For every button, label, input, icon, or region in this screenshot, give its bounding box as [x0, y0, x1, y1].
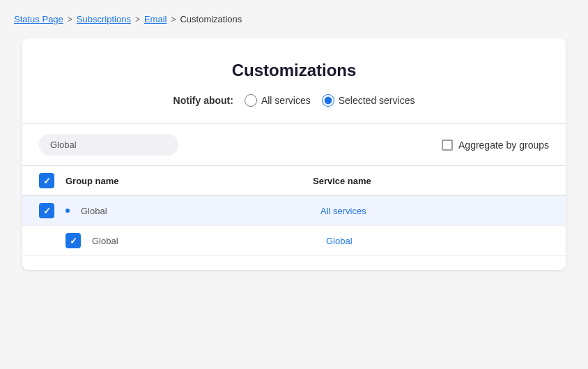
separator-2: >	[135, 15, 140, 24]
cell-service-2: Global	[326, 236, 549, 246]
breadcrumb-status-page[interactable]: Status Page	[14, 14, 63, 24]
cell-group-1: Global	[81, 206, 309, 216]
col-group-name: Group name	[65, 176, 302, 186]
radio-all-services-input[interactable]	[245, 94, 257, 107]
select-all-checkbox[interactable]	[39, 173, 54, 188]
aggregate-checkbox[interactable]	[442, 140, 453, 151]
radio-all-services[interactable]: All services	[245, 94, 311, 107]
radio-selected-services-input[interactable]	[322, 94, 334, 107]
radio-all-services-label: All services	[261, 95, 311, 106]
notify-label: Notify about:	[173, 95, 233, 106]
col-service-name: Service name	[313, 176, 549, 186]
table-row: Global Global	[22, 226, 566, 256]
main-card: Customizations Notify about: All service…	[22, 38, 566, 270]
card-header: Customizations Notify about: All service…	[22, 38, 566, 123]
aggregate-row: Aggregate by groups	[442, 140, 549, 151]
cell-service-1: All services	[320, 206, 549, 216]
breadcrumb-current: Customizations	[180, 14, 242, 24]
aggregate-label: Aggregate by groups	[458, 140, 549, 151]
row-checkbox-1[interactable]	[39, 203, 54, 218]
filter-row: Aggregate by groups	[22, 124, 566, 165]
notify-row: Notify about: All services Selected serv…	[39, 94, 549, 107]
breadcrumb: Status Page > Subscriptions > Email > Cu…	[14, 14, 574, 24]
card-footer-space	[22, 256, 566, 270]
breadcrumb-email[interactable]: Email	[144, 14, 167, 24]
separator-3: >	[171, 15, 176, 24]
table-section: Group name Service name Global All servi…	[22, 165, 566, 256]
table-header-row: Group name Service name	[22, 166, 566, 196]
cell-group-2: Global	[92, 236, 315, 246]
search-input[interactable]	[39, 134, 178, 156]
table-row: Global All services	[22, 196, 566, 226]
breadcrumb-subscriptions[interactable]: Subscriptions	[77, 14, 131, 24]
radio-selected-services[interactable]: Selected services	[322, 94, 415, 107]
separator-1: >	[68, 15, 72, 24]
page-title: Customizations	[39, 61, 549, 80]
row-checkbox-2[interactable]	[65, 233, 81, 248]
radio-selected-services-label: Selected services	[339, 95, 415, 106]
row-dot-1	[65, 209, 70, 213]
